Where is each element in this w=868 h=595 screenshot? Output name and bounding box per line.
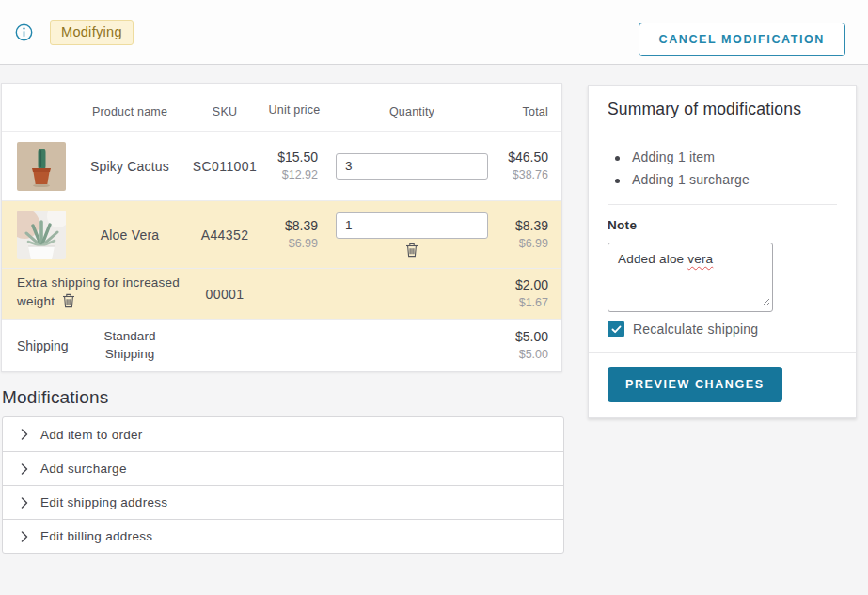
status-badge: Modifying bbox=[50, 20, 134, 45]
shipping-row-label: Shipping bbox=[2, 338, 73, 353]
note-label: Note bbox=[608, 218, 837, 232]
summary-title: Summary of modifications bbox=[608, 100, 837, 119]
modifications-accordion: Add item to order Add surcharge Edit shi… bbox=[2, 416, 564, 554]
row-total-secondary: $38.76 bbox=[498, 167, 548, 184]
accordion-label: Add surcharge bbox=[40, 462, 127, 476]
delete-surcharge-trash-icon[interactable] bbox=[62, 293, 75, 314]
accordion-edit-billing-address[interactable]: Edit billing address bbox=[3, 519, 563, 553]
surcharge-label: Extra shipping for increased weight bbox=[17, 275, 180, 308]
summary-item: Adding 1 surcharge bbox=[613, 168, 837, 191]
table-row: Spiky Cactus SC011001 $15.50 $12.92 $46.… bbox=[2, 131, 561, 200]
modifications-title: Modifications bbox=[2, 387, 108, 408]
product-name: Spiky Cactus bbox=[73, 159, 186, 174]
row-total: $8.39 bbox=[498, 217, 548, 236]
note-text: Added aloe bbox=[618, 252, 687, 266]
surcharge-total-secondary: $1.67 bbox=[498, 295, 548, 312]
accordion-label: Edit billing address bbox=[40, 529, 152, 543]
row-total-secondary: $6.99 bbox=[498, 236, 548, 253]
surcharge-sku: 00001 bbox=[186, 287, 263, 302]
checkbox-checked-icon[interactable] bbox=[608, 321, 624, 337]
top-bar: Modifying CANCEL MODIFICATION bbox=[0, 0, 868, 65]
unit-price-secondary: $6.99 bbox=[263, 236, 318, 253]
note-misspelled-word: vera bbox=[687, 252, 713, 266]
shipping-total-secondary: $5.00 bbox=[498, 347, 548, 364]
column-header-total: Total bbox=[498, 105, 563, 131]
preview-changes-button[interactable]: PREVIEW CHANGES bbox=[608, 367, 782, 402]
delete-item-trash-icon[interactable] bbox=[405, 243, 418, 258]
unit-price: $15.50 bbox=[263, 149, 318, 167]
accordion-add-item-to-order[interactable]: Add item to order bbox=[3, 417, 563, 451]
column-header-product-name: Product name bbox=[73, 105, 186, 131]
unit-price-secondary: $12.92 bbox=[263, 167, 318, 184]
table-row-added-item: Aloe Vera A44352 $8.39 $6.99 $8.39 $6.99 bbox=[2, 200, 561, 268]
accordion-label: Edit shipping address bbox=[40, 495, 167, 509]
summary-of-modifications-card: Summary of modifications Adding 1 item A… bbox=[588, 85, 857, 418]
accordion-label: Add item to order bbox=[40, 428, 143, 442]
column-header-unit-price: Unit price bbox=[263, 102, 325, 131]
header-image-spacer bbox=[2, 118, 73, 131]
summary-item: Adding 1 item bbox=[613, 146, 837, 168]
product-sku: SC011001 bbox=[186, 159, 263, 174]
quantity-input[interactable] bbox=[336, 212, 488, 239]
cancel-modification-button[interactable]: CANCEL MODIFICATION bbox=[639, 23, 845, 56]
product-sku: A44352 bbox=[186, 227, 263, 243]
recalculate-shipping-label: Recalculate shipping bbox=[633, 321, 758, 337]
chevron-right-icon bbox=[21, 463, 28, 475]
textarea-resize-handle-icon[interactable] bbox=[762, 295, 770, 309]
product-name: Aloe Vera bbox=[73, 227, 186, 243]
shipping-total: $5.00 bbox=[498, 328, 548, 347]
spiky-cactus-image bbox=[17, 142, 66, 191]
summary-list: Adding 1 item Adding 1 surcharge bbox=[608, 133, 837, 205]
accordion-edit-shipping-address[interactable]: Edit shipping address bbox=[3, 485, 563, 519]
shipping-method: Standard Shipping bbox=[92, 328, 167, 364]
order-items-card: Product name SKU Unit price Quantity Tot… bbox=[1, 83, 562, 372]
chevron-right-icon bbox=[21, 429, 28, 440]
unit-price: $8.39 bbox=[263, 217, 318, 236]
info-icon[interactable] bbox=[15, 23, 33, 41]
accordion-add-surcharge[interactable]: Add surcharge bbox=[3, 451, 563, 485]
table-row-shipping: Shipping Standard Shipping $5.00 $5.00 bbox=[2, 319, 561, 371]
quantity-input[interactable] bbox=[336, 153, 488, 180]
chevron-right-icon bbox=[21, 531, 28, 542]
note-textarea[interactable]: Added aloe vera bbox=[608, 243, 773, 312]
table-header-row: Product name SKU Unit price Quantity Tot… bbox=[2, 84, 561, 131]
column-header-quantity: Quantity bbox=[325, 105, 498, 131]
column-header-sku: SKU bbox=[186, 105, 263, 131]
aloe-vera-image bbox=[17, 211, 66, 259]
chevron-right-icon bbox=[21, 497, 28, 509]
recalculate-shipping-checkbox[interactable]: Recalculate shipping bbox=[608, 321, 837, 337]
surcharge-total: $2.00 bbox=[498, 276, 548, 295]
row-total: $46.50 bbox=[498, 149, 548, 167]
table-row-surcharge: Extra shipping for increased weight 0000… bbox=[2, 268, 561, 319]
